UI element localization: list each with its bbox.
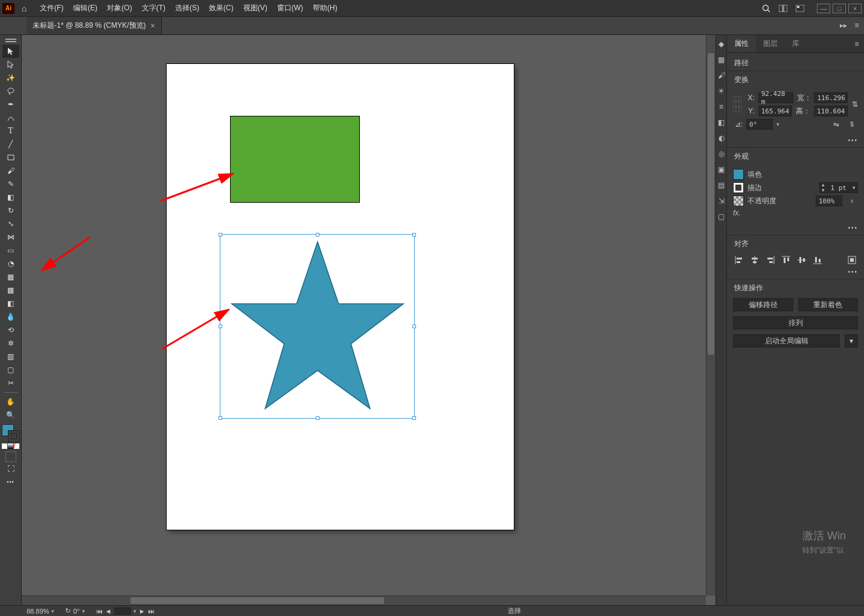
- shape-rectangle[interactable]: [230, 116, 360, 203]
- magic-wand-tool[interactable]: ✨: [2, 71, 19, 84]
- opacity-swatch[interactable]: [733, 195, 744, 206]
- align-to-icon[interactable]: [846, 254, 858, 266]
- lasso-tool[interactable]: [2, 84, 19, 98]
- panel-menu-icon[interactable]: ≡: [852, 21, 862, 31]
- handle-bot-left[interactable]: [219, 416, 222, 420]
- hand-tool[interactable]: ✋: [2, 395, 19, 408]
- dock-swatches-icon[interactable]: ▦: [718, 56, 725, 63]
- symbol-sprayer-tool[interactable]: ✲: [2, 337, 19, 350]
- y-input[interactable]: 165.964: [758, 106, 792, 116]
- align-top-icon[interactable]: [780, 254, 792, 266]
- x-input[interactable]: 92.428 m: [758, 92, 794, 103]
- nav-prev-icon[interactable]: ◄: [105, 608, 112, 615]
- handle-top-mid[interactable]: [316, 233, 319, 237]
- reference-point-grid[interactable]: [733, 97, 741, 112]
- align-bottom-icon[interactable]: [811, 254, 824, 266]
- recolor-button[interactable]: 重新着色: [798, 298, 859, 311]
- dock-graphic-styles-icon[interactable]: ▣: [718, 165, 725, 173]
- dock-stroke-icon[interactable]: ≡: [718, 103, 725, 110]
- curvature-tool[interactable]: [2, 111, 19, 124]
- blend-tool[interactable]: ⟲: [2, 323, 19, 337]
- stroke-weight-input[interactable]: ▴▾ 1 pt ▾: [819, 182, 859, 193]
- angle-input[interactable]: 0°: [746, 119, 773, 130]
- dock-color-icon[interactable]: ◆: [718, 40, 725, 47]
- fx-label[interactable]: fx.: [733, 209, 741, 217]
- shaper-tool[interactable]: ✎: [2, 177, 19, 191]
- panel-collapse-icon[interactable]: ▸▸: [839, 21, 848, 31]
- flip-vertical-icon[interactable]: ⥮: [846, 119, 858, 130]
- menu-effect[interactable]: 效果(C): [204, 3, 238, 13]
- window-close[interactable]: ×: [848, 4, 862, 13]
- workspace-icon[interactable]: [793, 2, 807, 14]
- menu-type[interactable]: 文字(T): [137, 3, 170, 13]
- horizontal-scrollbar-thumb[interactable]: [130, 597, 384, 604]
- h-input[interactable]: 110.604: [814, 106, 848, 116]
- dock-appearance-icon[interactable]: ◎: [718, 150, 725, 157]
- eyedropper-tool[interactable]: 💧: [2, 310, 19, 323]
- canvas-area[interactable]: [22, 35, 715, 605]
- width-tool[interactable]: ⋈: [2, 230, 19, 244]
- paintbrush-tool[interactable]: 🖌: [2, 164, 19, 177]
- vertical-scrollbar[interactable]: [706, 35, 715, 595]
- pen-tool[interactable]: ✒: [2, 98, 19, 111]
- zoom-tool[interactable]: 🔍: [2, 408, 19, 422]
- toolbar-grip[interactable]: [5, 39, 16, 42]
- align-left-icon[interactable]: [733, 254, 745, 266]
- selection-tool[interactable]: [2, 45, 19, 58]
- mode-color[interactable]: [2, 443, 7, 449]
- gradient-tool[interactable]: ◧: [2, 297, 19, 310]
- menu-object[interactable]: 对象(O): [102, 3, 136, 13]
- vertical-scrollbar-thumb[interactable]: [708, 53, 714, 355]
- handle-top-right[interactable]: [412, 233, 416, 237]
- handle-mid-left[interactable]: [219, 325, 222, 328]
- slice-tool[interactable]: ✂: [2, 376, 19, 390]
- nav-next-icon[interactable]: ►: [139, 608, 146, 615]
- mesh-tool[interactable]: ▩: [2, 284, 19, 297]
- menu-select[interactable]: 选择(S): [170, 3, 204, 13]
- tab-libraries[interactable]: 库: [785, 35, 807, 52]
- dock-asset-icon[interactable]: ⇲: [718, 197, 725, 204]
- dock-symbols-icon[interactable]: ☀: [718, 87, 725, 94]
- window-minimize[interactable]: —: [817, 4, 830, 13]
- arrange-button[interactable]: 排列: [733, 316, 858, 329]
- draw-normal[interactable]: [5, 451, 16, 462]
- dock-brushes-icon[interactable]: 🖌: [718, 71, 725, 78]
- fill-stroke-swatch[interactable]: [2, 424, 20, 442]
- mode-none[interactable]: /: [14, 443, 19, 449]
- dock-layers-icon[interactable]: ▤: [718, 181, 725, 188]
- opacity-input[interactable]: 100%: [816, 195, 842, 206]
- global-edit-dropdown[interactable]: ▾: [845, 334, 858, 348]
- dock-artboards-icon[interactable]: ▢: [718, 212, 725, 220]
- scale-tool[interactable]: ⤡: [2, 217, 19, 230]
- menu-edit[interactable]: 编辑(E): [68, 3, 102, 13]
- tab-properties[interactable]: 属性: [727, 35, 756, 52]
- align-hcenter-icon[interactable]: [749, 254, 761, 266]
- horizontal-scrollbar[interactable]: [22, 595, 706, 605]
- close-tab-icon[interactable]: ×: [151, 22, 155, 30]
- selection-bounding-box[interactable]: [220, 234, 415, 419]
- opacity-more-icon[interactable]: ›: [846, 195, 858, 206]
- window-maximize[interactable]: □: [833, 4, 846, 13]
- screen-mode[interactable]: ⛶: [2, 462, 19, 475]
- shape-builder-tool[interactable]: ◔: [2, 257, 19, 270]
- type-tool[interactable]: T: [2, 124, 19, 138]
- stroke-swatch[interactable]: [8, 430, 20, 442]
- mode-gradient[interactable]: [8, 443, 13, 449]
- rotate-tool[interactable]: ↻: [2, 204, 19, 217]
- rotate-view[interactable]: ↻ 0°▾: [65, 607, 85, 615]
- search-icon[interactable]: [759, 2, 773, 14]
- offset-path-button[interactable]: 偏移路径: [733, 298, 793, 311]
- menu-help[interactable]: 帮助(H): [308, 3, 342, 13]
- line-tool[interactable]: ╱: [2, 138, 19, 151]
- panel-options-icon[interactable]: ≡: [850, 35, 864, 52]
- align-more[interactable]: •••: [727, 268, 864, 279]
- link-wh-icon[interactable]: ⇅: [851, 99, 858, 110]
- handle-top-left[interactable]: [219, 233, 222, 237]
- handle-bot-right[interactable]: [412, 416, 416, 420]
- menu-file[interactable]: 文件(F): [35, 3, 68, 13]
- nav-first-icon[interactable]: ⏮: [96, 608, 103, 615]
- zoom-level[interactable]: 88.89%▾: [27, 608, 54, 615]
- artboard-tool[interactable]: ▢: [2, 363, 19, 376]
- document-tab[interactable]: 未标题-1* @ 88.89 % (CMYK/预览) ×: [27, 17, 162, 34]
- handle-mid-right[interactable]: [412, 325, 416, 328]
